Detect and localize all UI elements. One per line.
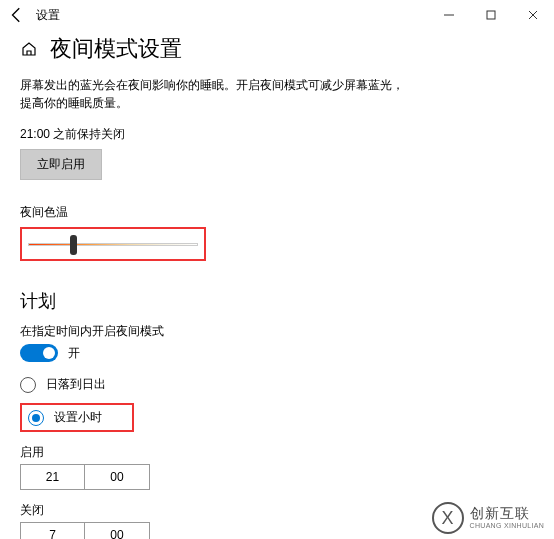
status-text: 21:00 之前保持关闭 (20, 126, 534, 143)
radio-hours-label: 设置小时 (54, 409, 102, 426)
watermark-zh: 创新互联 (470, 506, 544, 521)
on-time-label: 启用 (20, 444, 534, 461)
color-temp-label: 夜间色温 (20, 204, 534, 221)
off-hour-input[interactable]: 7 (20, 522, 85, 539)
on-hour-input[interactable]: 21 (20, 464, 85, 490)
schedule-title: 计划 (20, 289, 534, 313)
enable-now-button[interactable]: 立即启用 (20, 149, 102, 180)
radio-hours[interactable]: 设置小时 (28, 409, 102, 426)
maximize-button[interactable] (470, 0, 512, 30)
minimize-button[interactable] (428, 0, 470, 30)
slider-thumb[interactable] (70, 235, 77, 255)
watermark-logo-icon: X (432, 502, 464, 534)
schedule-toggle[interactable] (20, 344, 58, 362)
window-title: 设置 (36, 7, 60, 24)
schedule-toggle-label: 在指定时间内开启夜间模式 (20, 323, 534, 340)
color-temp-slider[interactable] (28, 234, 198, 254)
toggle-state-text: 开 (68, 345, 80, 362)
radio-sunset[interactable]: 日落到日出 (20, 376, 534, 393)
close-button[interactable] (512, 0, 554, 30)
watermark-en: CHUANG XINHULIAN (470, 522, 544, 530)
on-min-input[interactable]: 00 (85, 464, 150, 490)
svg-rect-1 (487, 11, 495, 19)
radio-hours-highlight: 设置小时 (20, 403, 134, 432)
radio-sunset-label: 日落到日出 (46, 376, 106, 393)
home-icon[interactable] (20, 40, 38, 58)
watermark: X 创新互联 CHUANG XINHULIAN (432, 502, 544, 534)
description: 屏幕发出的蓝光会在夜间影响你的睡眠。开启夜间模式可减少屏幕蓝光， 提高你的睡眠质… (20, 76, 534, 112)
off-min-input[interactable]: 00 (85, 522, 150, 539)
page-title: 夜间模式设置 (50, 34, 182, 64)
back-button[interactable] (8, 0, 26, 30)
color-temp-highlight (20, 227, 206, 261)
